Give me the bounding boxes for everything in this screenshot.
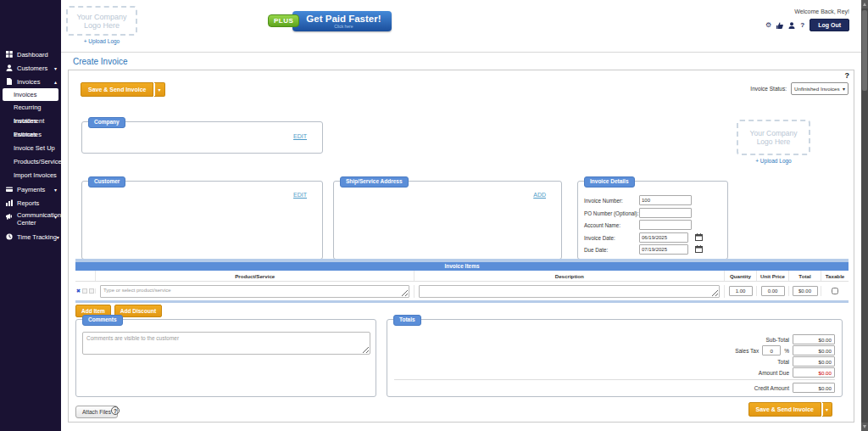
invoice-number-row: Invoice Number: [584,195,723,205]
scroll-up-arrow[interactable] [861,0,868,8]
sidebar-item-customers[interactable]: Customers ▾ [0,61,61,75]
gear-icon[interactable]: ⚙ [765,22,771,29]
total-column-header: Total [789,271,821,281]
delete-row-icon[interactable]: ✖ [76,288,81,294]
calendar-icon[interactable] [695,245,703,253]
sales-tax-row: Sales Tax % [735,345,835,355]
save-send-dropdown-arrow[interactable]: ▾ [154,82,164,97]
chevron-down-icon: ▾ [57,234,59,240]
credit-amount-row: Credit Amount [754,383,835,393]
help-icon[interactable]: ? [111,406,120,415]
save-send-dropdown-arrow[interactable]: ▾ [822,402,832,417]
scroll-down-arrow[interactable] [861,423,868,431]
invoices-icon [6,78,14,85]
description-input[interactable] [419,285,720,298]
unit-price-column-header: Unit Price [757,271,789,281]
product-service-column-header: Product/Service [96,271,415,281]
unit-price-input[interactable] [761,286,785,296]
user-icon[interactable] [788,22,795,29]
invoice-date-label: Invoice Date: [584,235,615,241]
sidebar-subitem-invoice-set-up[interactable]: Invoice Set Up [3,142,58,155]
sidebar-item-reports[interactable]: Reports [0,196,61,210]
sidebar: Dashboard Customers ▾ Invoices ▴ Invoice… [0,0,61,431]
banner-body: Get Paid Faster! Click here [292,11,391,31]
sidebar-item-payments[interactable]: Payments ▾ [0,182,61,196]
sidebar-subitem-recurring-invoices[interactable]: Recurring Invoices [3,101,58,115]
chevron-down-icon: ▾ [54,65,57,71]
log-out-button[interactable]: Log Out [810,19,849,31]
sidebar-item-invoices[interactable]: Invoices ▴ [0,75,61,88]
sidebar-item-communication-center[interactable]: Communication Center ▾ [0,210,61,230]
comments-input[interactable] [82,332,370,355]
subtotal-label: Sub-Total [766,337,789,343]
plus-badge: PLUS [268,14,299,27]
company-logo-placeholder[interactable]: Your Company Logo Here [66,6,137,36]
product-service-input[interactable] [100,285,409,298]
upload-logo-link[interactable]: + Upload Logo [66,38,137,44]
sidebar-item-dashboard[interactable]: Dashboard [0,48,61,61]
invoice-items-header: Invoice Items [75,262,849,271]
customer-edit-link[interactable]: EDIT [293,192,307,198]
invoice-date-field[interactable] [639,232,688,243]
account-name-label: Account Name: [584,222,620,228]
sidebar-subitem-products-services[interactable]: Products/Services [3,155,58,169]
quantity-input[interactable] [729,286,753,296]
get-paid-faster-banner[interactable]: PLUS Get Paid Faster! Click here [268,11,392,31]
amount-due-label: Amount Due [759,370,789,376]
vertical-scrollbar[interactable] [861,0,868,431]
total-label: Total [777,359,789,365]
sidebar-subitem-invoices[interactable]: Invoices [3,88,58,101]
welcome-message: Welcome Back, Rey! [794,8,849,14]
communication-icon [6,213,14,220]
help-icon[interactable]: ? [800,21,804,29]
sales-tax-rate-input[interactable] [762,345,781,355]
chevron-down-icon: ▾ [54,187,57,193]
company-section: Company EDIT [81,121,323,154]
comments-section-label: Comments [82,315,123,326]
scrollbar-thumb[interactable] [862,10,867,91]
invoice-number-label: Invoice Number: [584,198,623,204]
sidebar-subitem-estimates[interactable]: Estimates [3,128,58,142]
sidebar-subitem-installment-invoices[interactable]: Installment Invoices [3,115,58,128]
page-title: Create Invoice [73,57,127,66]
invoice-details-section: Invoice Details Invoice Number: PO Numbe… [577,181,728,260]
help-icon[interactable]: ? [845,71,850,80]
save-send-invoice-top: Save & Send Invoice ▾ [81,82,165,97]
sidebar-item-label: Dashboard [17,51,48,59]
app-window: Dashboard Customers ▾ Invoices ▴ Invoice… [0,0,868,431]
invoice-status-select[interactable]: Unfinished Invoices ▾ [791,82,849,95]
sidebar-subitem-import-invoices[interactable]: Import Invoices [3,169,58,182]
invoice-status-row: Invoice Status: Unfinished Invoices ▾ [750,82,849,95]
customer-section: Customer EDIT [81,181,323,260]
credit-amount-label: Credit Amount [754,385,789,391]
save-send-invoice-button[interactable]: Save & Send Invoice [748,402,821,417]
po-number-row: PO Number (Optional): [584,208,723,218]
save-send-invoice-bottom: Save & Send Invoice ▾ [748,402,833,417]
taxable-checkbox[interactable] [832,288,838,294]
thumbs-up-icon[interactable] [776,22,783,29]
po-number-field[interactable] [639,208,692,218]
company-edit-link[interactable]: EDIT [293,133,307,139]
ship-add-link[interactable]: ADD [533,192,546,198]
invoice-items-column-headers: Product/Service Description Quantity Uni… [75,271,849,282]
save-send-invoice-button[interactable]: Save & Send Invoice [81,82,153,97]
row-action-icon[interactable] [89,288,94,294]
sales-tax-label: Sales Tax [735,348,759,354]
calendar-icon[interactable] [695,233,703,241]
sidebar-item-label: Time Tracking [17,233,57,241]
invoice-logo-placeholder[interactable]: Your Company Logo Here [737,120,810,155]
top-header: Your Company Logo Here + Upload Logo PLU… [61,0,861,53]
upload-logo-link[interactable]: + Upload Logo [737,158,810,164]
invoice-date-row: Invoice Date: [584,232,723,243]
comments-section: Comments [75,319,376,397]
company-section-label: Company [88,117,125,128]
due-date-field[interactable] [639,244,688,255]
amount-due-row: Amount Due [759,367,835,378]
sidebar-item-time-tracking[interactable]: Time Tracking ▾ [0,230,61,243]
invoice-number-field[interactable] [639,195,692,205]
ship-service-address-section: Ship/Service Address ADD [333,181,562,260]
account-name-field[interactable] [639,220,692,230]
line-total-value [793,286,818,296]
due-date-row: Due Date: [584,244,723,255]
row-action-icon[interactable] [82,288,87,294]
